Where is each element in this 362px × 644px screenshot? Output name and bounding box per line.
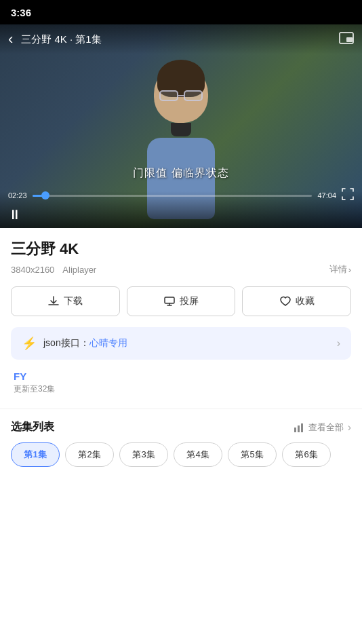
svg-rect-4	[298, 425, 300, 432]
favorite-label: 收藏	[296, 295, 315, 307]
json-banner-text: json接口：心晴专用	[43, 337, 330, 349]
action-buttons: 下载 投屏 收藏	[11, 286, 351, 316]
episode-tab-5[interactable]: 第5集	[228, 442, 277, 467]
status-time: 3:36	[11, 7, 31, 18]
download-button[interactable]: 下载	[11, 286, 120, 316]
video-player[interactable]: 门限值 偏临界状态 ‹ 三分野 4K · 第1集 02:23 47:04	[0, 24, 362, 228]
detail-label: 详情	[329, 263, 347, 276]
episode-section: 选集列表 查看全部 › 第1集 第2集 第3集 第4集 第5集 第6集	[0, 420, 362, 467]
episode-tab-4[interactable]: 第4集	[174, 442, 222, 467]
bar-chart-icon	[294, 423, 304, 432]
source-name: FY	[14, 371, 348, 382]
pause-button[interactable]: ⏸	[8, 207, 22, 223]
view-all-chevron: ›	[348, 421, 351, 434]
progress-bar-container[interactable]: 02:23 47:04	[8, 188, 354, 203]
flash-icon: ⚡	[22, 336, 37, 351]
episode-tab-2[interactable]: 第2集	[65, 442, 114, 467]
source-update: 更新至32集	[14, 383, 348, 395]
episode-header-right[interactable]: 查看全部 ›	[294, 421, 351, 434]
episode-tab-3[interactable]: 第3集	[119, 442, 168, 467]
total-time: 47:04	[317, 191, 336, 200]
svg-rect-3	[294, 428, 296, 432]
pip-button[interactable]	[339, 32, 354, 48]
episode-tab-1[interactable]: 第1集	[11, 442, 60, 467]
status-bar: 3:36	[0, 0, 362, 24]
detail-chevron: ›	[348, 265, 351, 275]
episode-tab-6[interactable]: 第6集	[282, 442, 331, 467]
current-time: 02:23	[8, 191, 27, 200]
controls-bottom: ⏸	[8, 207, 354, 223]
video-content	[127, 65, 235, 201]
detail-link[interactable]: 详情 ›	[329, 263, 351, 276]
download-icon	[47, 295, 60, 307]
progress-track[interactable]	[33, 195, 313, 197]
video-title: 三分野 4K · 第1集	[21, 33, 339, 46]
divider	[0, 409, 362, 409]
episode-section-title: 选集列表	[11, 420, 54, 434]
player-name: Aliplayer	[62, 265, 96, 275]
favorite-icon	[279, 295, 291, 307]
favorite-button[interactable]: 收藏	[242, 286, 351, 316]
cast-button[interactable]: 投屏	[127, 286, 236, 316]
back-button[interactable]: ‹	[8, 31, 13, 48]
svg-rect-2	[165, 297, 174, 303]
video-subtitle: 门限值 偏临界状态	[0, 166, 362, 181]
json-highlight: 心晴专用	[89, 337, 127, 348]
episode-tabs: 第1集 第2集 第3集 第4集 第5集 第6集	[0, 442, 362, 467]
banner-chevron: ›	[337, 337, 340, 349]
show-meta: 3840x2160 Aliplayer 详情 ›	[11, 263, 351, 276]
show-title: 三分野 4K	[11, 239, 351, 259]
view-all-label: 查看全部	[308, 421, 344, 434]
cast-icon	[163, 295, 176, 307]
video-controls: 02:23 47:04 ⏸	[0, 191, 362, 228]
svg-rect-1	[346, 37, 353, 42]
source-info: FY 更新至32集	[11, 371, 351, 395]
cast-label: 投屏	[180, 295, 199, 307]
download-label: 下载	[64, 295, 83, 307]
svg-rect-5	[301, 423, 303, 432]
content-area: 三分野 4K 3840x2160 Aliplayer 详情 › 下载 投屏	[0, 228, 362, 395]
video-header: ‹ 三分野 4K · 第1集	[0, 24, 362, 54]
json-banner[interactable]: ⚡ json接口：心晴专用 ›	[11, 327, 351, 360]
fullscreen-button[interactable]	[342, 188, 354, 203]
resolution: 3840x2160	[11, 265, 54, 275]
progress-dot	[41, 191, 49, 200]
episode-header: 选集列表 查看全部 ›	[0, 420, 362, 434]
